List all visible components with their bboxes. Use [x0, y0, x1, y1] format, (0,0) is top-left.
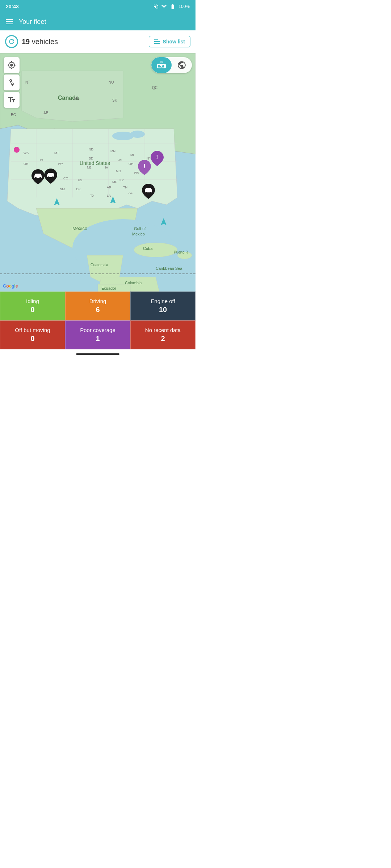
svg-text:OR: OR [24, 162, 29, 166]
svg-text:WI: WI [118, 158, 122, 162]
svg-text:NM: NM [60, 187, 65, 191]
svg-text:BC: BC [11, 113, 16, 117]
svg-text:ND: ND [89, 148, 93, 151]
svg-text:Ecuador: Ecuador [101, 286, 116, 290]
status-bar: 20:43 100% [0, 0, 196, 13]
route-button[interactable] [4, 75, 20, 90]
svg-rect-67 [52, 176, 54, 177]
svg-point-5 [112, 132, 134, 140]
list-icon [154, 39, 160, 44]
battery-icon [169, 4, 176, 9]
svg-text:TX: TX [90, 194, 94, 197]
status-cell-poor-coverage[interactable]: Poor coverage 1 [65, 320, 130, 349]
status-grid: Idling 0 Driving 6 Engine off 10 Off but… [0, 292, 196, 349]
car-marker-3[interactable] [141, 183, 156, 200]
binoculars-toggle[interactable] [151, 57, 172, 73]
status-cell-driving[interactable]: Driving 6 [65, 292, 130, 320]
map-view-toggle [151, 57, 192, 73]
svg-text:OK: OK [76, 187, 81, 191]
svg-text:SD: SD [89, 157, 93, 160]
nav-arrow-2 [109, 196, 117, 204]
status-icons: 100% [153, 4, 190, 9]
svg-text:QC: QC [152, 86, 157, 90]
svg-text:AB: AB [43, 111, 49, 115]
app-title: Your fleet [19, 18, 46, 26]
svg-point-6 [130, 131, 145, 138]
svg-text:Caribbean Sea: Caribbean Sea [156, 266, 182, 271]
car-marker-2[interactable] [43, 168, 58, 184]
svg-rect-68 [146, 192, 147, 192]
svg-text:Cuba: Cuba [143, 246, 153, 251]
svg-text:MO: MO [116, 169, 121, 173]
svg-text:Guatemala: Guatemala [91, 263, 108, 267]
svg-text:OH: OH [129, 162, 134, 166]
svg-text:MI: MI [130, 153, 134, 157]
globe-toggle[interactable] [172, 57, 192, 73]
signal-icon [161, 4, 167, 9]
menu-button[interactable] [6, 19, 13, 24]
label-button[interactable] [4, 92, 20, 108]
map-dashed-divider [0, 273, 196, 274]
svg-text:Puerto R: Puerto R [174, 250, 188, 254]
svg-rect-66 [48, 176, 49, 177]
svg-text:SK: SK [112, 98, 117, 102]
svg-text:AL: AL [129, 191, 133, 195]
svg-text:MN: MN [110, 149, 115, 153]
status-cell-idling[interactable]: Idling 0 [0, 292, 65, 320]
mute-icon [153, 4, 159, 9]
svg-text:MT: MT [54, 151, 59, 155]
app-bar: Your fleet [0, 13, 196, 30]
svg-rect-69 [150, 192, 151, 192]
svg-text:KY: KY [119, 178, 124, 182]
svg-text:Mexico: Mexico [132, 232, 145, 236]
google-logo: Google [3, 284, 18, 289]
svg-text:Mexico: Mexico [72, 226, 87, 231]
alert-marker-1[interactable]: ! [150, 150, 164, 166]
svg-text:MB: MB [74, 97, 80, 101]
svg-text:Colombia: Colombia [125, 281, 142, 285]
svg-text:Gulf of: Gulf of [134, 226, 146, 231]
dot-marker-wa [14, 147, 20, 153]
map-background: Canada United States Mexico Gulf of Mexi… [0, 53, 196, 292]
nav-arrow-1 [52, 197, 61, 206]
fleet-count: 19 vehicles [22, 38, 58, 46]
map-left-controls [4, 57, 20, 108]
status-time: 20:43 [6, 4, 19, 9]
fleet-bar: 19 vehicles Show list [0, 30, 196, 53]
fleet-left: 19 vehicles [5, 35, 58, 48]
status-cell-no-recent-data[interactable]: No recent data 2 [130, 320, 196, 349]
battery-percent: 100% [178, 4, 190, 9]
svg-text:United States: United States [80, 160, 110, 166]
svg-text:!: ! [156, 154, 158, 160]
bottom-indicator [76, 353, 119, 355]
svg-text:NU: NU [109, 80, 114, 84]
svg-text:ID: ID [40, 158, 43, 162]
svg-text:TN: TN [123, 186, 127, 189]
svg-text:NT: NT [25, 80, 30, 84]
target-button[interactable] [4, 57, 20, 73]
map-container[interactable]: Canada United States Mexico Gulf of Mexi… [0, 53, 196, 292]
svg-text:!: ! [143, 163, 145, 169]
svg-text:MO: MO [112, 180, 118, 184]
svg-text:KS: KS [78, 178, 82, 182]
svg-rect-64 [35, 177, 37, 178]
svg-text:IA: IA [105, 166, 108, 169]
refresh-button[interactable] [5, 35, 18, 48]
svg-text:NE: NE [87, 166, 92, 169]
svg-point-3 [134, 243, 177, 257]
svg-text:WA: WA [24, 151, 29, 155]
car-marker-1[interactable] [31, 169, 45, 185]
show-list-button[interactable]: Show list [149, 36, 190, 47]
status-cell-off-but-moving[interactable]: Off but moving 0 [0, 320, 65, 349]
svg-text:CO: CO [63, 176, 68, 180]
status-cell-engine-off[interactable]: Engine off 10 [130, 292, 196, 320]
svg-text:WY: WY [58, 162, 63, 166]
bottom-bar [0, 349, 196, 359]
nav-arrow-3 [159, 217, 168, 226]
svg-rect-65 [39, 177, 41, 178]
alert-marker-2[interactable]: ! [138, 159, 151, 175]
svg-text:AR: AR [107, 186, 112, 189]
